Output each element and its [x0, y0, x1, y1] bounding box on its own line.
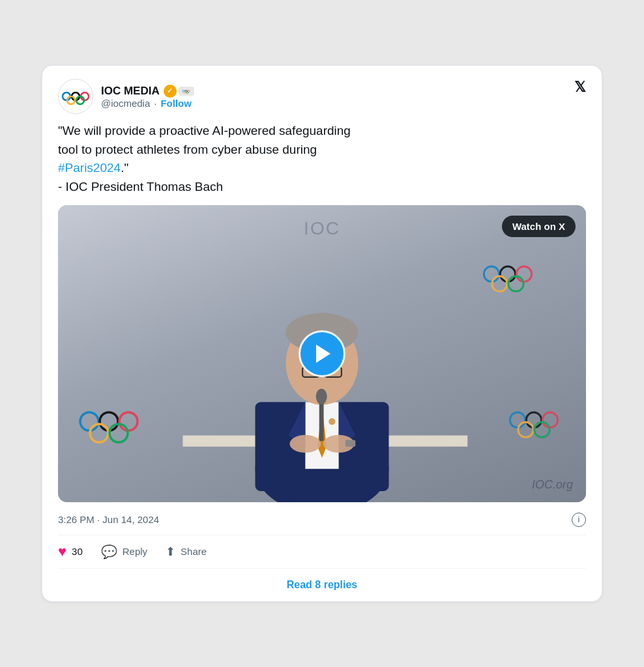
heart-icon: ♥ [58, 543, 66, 560]
timestamp-text: 3:26 PM · Jun 14, 2024 [58, 514, 159, 525]
rings-left-decoration [78, 402, 156, 457]
svg-point-14 [110, 424, 128, 442]
svg-point-7 [187, 90, 189, 92]
avatar[interactable] [58, 79, 93, 114]
ioc-org-watermark: IOC.org [532, 478, 573, 492]
like-action[interactable]: ♥ 30 [58, 543, 83, 560]
read-replies-label: Read 8 replies [287, 579, 358, 591]
svg-point-37 [289, 434, 321, 452]
share-icon: ⬆ [166, 545, 175, 559]
svg-point-6 [185, 90, 187, 92]
account-handle-row: @iocmedia · Follow [101, 98, 194, 109]
reply-action[interactable]: 💬 Reply [101, 544, 147, 560]
tweet-text-line1: "We will provide a proactive AI-powered … [58, 124, 351, 137]
svg-point-20 [510, 412, 525, 427]
svg-point-41 [329, 418, 335, 425]
account-info: IOC MEDIA ✓ [101, 85, 194, 109]
ioc-org-text: IOC.org [532, 478, 573, 491]
video-container[interactable]: IOC [58, 205, 586, 502]
account-handle: @iocmedia [101, 98, 150, 109]
tweet-timestamp: 3:26 PM · Jun 14, 2024 i [58, 510, 586, 527]
follow-button[interactable]: Follow [160, 98, 192, 109]
play-triangle-icon [316, 345, 330, 363]
rings-right-decoration [482, 257, 547, 304]
tweet-attribution: - IOC President Thomas Bach [58, 180, 223, 193]
svg-point-13 [90, 424, 108, 442]
info-icon[interactable]: i [572, 513, 586, 527]
ioc-badge [179, 87, 194, 96]
svg-point-18 [492, 276, 507, 291]
svg-point-24 [534, 422, 549, 437]
svg-point-9 [186, 91, 188, 93]
x-icon[interactable]: 𝕏 [574, 79, 586, 96]
svg-point-11 [100, 412, 118, 431]
reply-label: Reply [123, 546, 147, 557]
play-button[interactable] [299, 330, 345, 377]
tweet-hashtag[interactable]: #Paris2024 [58, 161, 121, 175]
svg-point-8 [184, 91, 186, 93]
account-name: IOC MEDIA [101, 85, 160, 98]
verified-badge: ✓ [164, 85, 194, 98]
tweet-actions: ♥ 30 💬 Reply ⬆ Share [58, 535, 586, 568]
tweet-body: "We will provide a proactive AI-powered … [58, 122, 586, 196]
svg-point-17 [516, 266, 531, 281]
read-replies-button[interactable]: Read 8 replies [58, 568, 586, 601]
tweet-header-left: IOC MEDIA ✓ [58, 79, 194, 114]
svg-point-21 [526, 412, 541, 427]
rings-right2-decoration [508, 403, 573, 450]
tweet-header: IOC MEDIA ✓ [58, 79, 586, 114]
svg-rect-42 [345, 440, 355, 446]
svg-point-10 [80, 412, 98, 431]
tweet-card: IOC MEDIA ✓ [42, 65, 602, 602]
svg-point-5 [183, 90, 184, 92]
svg-point-19 [508, 276, 523, 291]
svg-point-40 [316, 389, 327, 404]
tweet-text-end: ." [121, 161, 128, 175]
svg-point-15 [484, 266, 499, 281]
watch-on-x-button[interactable]: Watch on X [502, 216, 576, 237]
share-action[interactable]: ⬆ Share [166, 545, 207, 559]
svg-point-23 [518, 422, 533, 437]
tweet-text-line2: tool to protect athletes from cyber abus… [58, 143, 317, 156]
svg-point-12 [119, 412, 138, 431]
share-label: Share [181, 546, 207, 557]
watch-on-x-label: Watch on X [512, 221, 565, 232]
reply-icon: 💬 [101, 544, 117, 560]
account-name-row: IOC MEDIA ✓ [101, 85, 194, 98]
svg-point-16 [500, 266, 515, 281]
svg-point-22 [542, 412, 557, 427]
gold-check-icon: ✓ [164, 85, 177, 98]
likes-count: 30 [72, 546, 83, 557]
